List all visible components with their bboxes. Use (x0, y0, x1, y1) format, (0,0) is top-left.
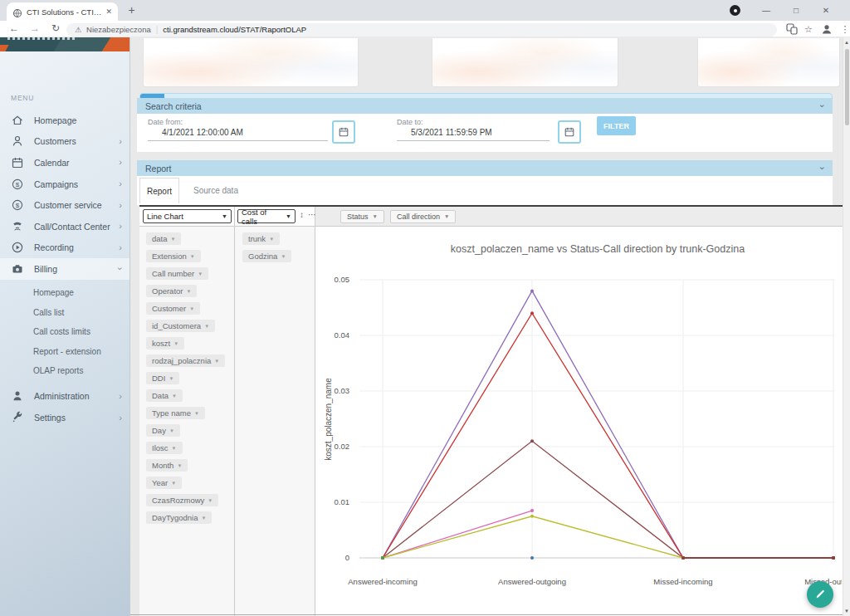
window-maximize-button[interactable]: □ (784, 0, 808, 20)
measure-cell: Cost of calls ▼ ↕ ⋯ (235, 207, 315, 226)
chart-type-cell: Line Chart ▼ (139, 207, 235, 226)
field-pill-id-customera[interactable]: id_Customera▼ (146, 320, 215, 332)
back-button[interactable]: ← (7, 22, 22, 34)
date-to-input[interactable]: 5/3/2021 11:59:59 PM (397, 124, 550, 141)
sidebar-item-label: Homepage (34, 115, 76, 125)
sidebar-item-calendar[interactable]: Calendar› (0, 152, 130, 174)
window-close-button[interactable]: ✕ (813, 0, 838, 20)
submenu-item-olap-reports[interactable]: OLAP reports (0, 361, 130, 381)
caret-down-icon: ▼ (187, 289, 192, 294)
submenu-item-homepage[interactable]: Homepage (0, 283, 130, 303)
scroll-down-icon[interactable]: ▼ (843, 609, 850, 614)
pencil-icon (814, 589, 826, 600)
field-pill-extension[interactable]: Extension▼ (146, 250, 201, 262)
search-criteria-header[interactable]: Search criteria › (137, 98, 833, 114)
submenu-item-report-extension[interactable]: Report - extension (0, 342, 130, 362)
sort-icon[interactable]: ↕ (300, 210, 304, 219)
sidebar-item-customer-service[interactable]: $Customer service› (0, 194, 130, 216)
date-from-input[interactable]: 4/1/2021 12:00:00 AM (148, 124, 328, 141)
field-pill-customer[interactable]: Customer▼ (146, 302, 200, 315)
column-pill-status[interactable]: Status▼ (340, 210, 384, 223)
date-from-calendar-button[interactable] (332, 120, 355, 144)
sidebar: MENU HomepageCustomers›Calendar›$Campaig… (0, 37, 130, 616)
tab-close-icon[interactable]: ✕ (105, 7, 112, 16)
new-tab-button[interactable]: + (125, 3, 139, 17)
sidebar-footer-menu: Administration›Settings› (0, 385, 130, 428)
field-pill-data[interactable]: Data▼ (146, 389, 183, 402)
submenu-item-call-costs-limits[interactable]: Call costs limits (0, 322, 130, 342)
caret-down-icon: ▼ (281, 254, 286, 259)
caret-down-icon: ▼ (444, 213, 449, 219)
settings-icon (11, 411, 24, 424)
row-pill-trunk[interactable]: trunk▼ (242, 232, 280, 245)
sidebar-item-billing[interactable]: Billing› (0, 258, 130, 280)
menu-section-label: MENU (11, 94, 34, 102)
chevron-right-icon: › (119, 392, 122, 401)
field-pill-data[interactable]: data▼ (146, 232, 181, 245)
sidebar-item-settings[interactable]: Settings› (0, 407, 130, 428)
sidebar-item-customers[interactable]: Customers› (0, 131, 130, 153)
window-minimize-button[interactable]: — (754, 0, 779, 20)
site-favicon-icon (12, 7, 22, 17)
caret-down-icon: ▼ (201, 516, 206, 521)
caret-down-icon: ▼ (172, 394, 177, 398)
security-label: Niezabezpieczona (86, 25, 151, 34)
page-scrollbar[interactable]: ▲ ▼ (843, 37, 850, 616)
sidebar-item-homepage[interactable]: Homepage (0, 110, 130, 131)
extension-badge-icon[interactable] (730, 5, 740, 16)
sidebar-item-administration[interactable]: Administration› (0, 385, 130, 407)
chart-type-select[interactable]: Line Chart ▼ (143, 209, 232, 223)
sidebar-item-campaigns[interactable]: $Campaigns› (0, 174, 130, 195)
field-pill-czasrozmowy[interactable]: CzasRozmowy▼ (146, 494, 218, 506)
report-header[interactable]: Report › (137, 160, 833, 176)
forward-button[interactable]: → (27, 22, 42, 34)
profile-avatar[interactable] (820, 22, 833, 36)
reload-button[interactable]: ↻ (48, 22, 63, 34)
sidebar-item-label: Billing (34, 264, 57, 274)
sidebar-item-label: Campaigns (34, 179, 78, 189)
browser-tab[interactable]: CTI Solutions - CTIdesk ✕ (7, 2, 118, 21)
translate-icon[interactable] (785, 22, 799, 36)
chevron-down-icon[interactable]: › (818, 105, 828, 108)
measure-select[interactable]: Cost of calls ▼ (237, 209, 296, 223)
customers-icon (11, 134, 24, 148)
chevron-right-icon: › (119, 179, 122, 188)
address-bar[interactable]: ⚠ Niezabezpieczona | cti.grandstream.clo… (66, 23, 777, 37)
svg-text:0.05: 0.05 (335, 275, 350, 284)
field-pill-month[interactable]: Month▼ (146, 459, 188, 472)
edit-fab-button[interactable] (807, 581, 833, 608)
calendar-icon (11, 156, 24, 169)
chevron-down-icon[interactable]: › (818, 167, 828, 170)
date-to-calendar-button[interactable] (558, 120, 581, 144)
field-pill-koszt[interactable]: koszt▼ (146, 337, 184, 350)
caret-down-icon: ▼ (214, 359, 219, 364)
field-pill-daytygodnia[interactable]: DayTygodnia▼ (146, 511, 212, 524)
filter-button[interactable]: FILTER (597, 116, 636, 135)
field-pill-year[interactable]: Year▼ (146, 477, 182, 489)
column-pill-call-direction[interactable]: Call direction▼ (390, 210, 456, 223)
scrollbar-thumb[interactable] (845, 49, 849, 125)
tab-source-data[interactable]: Source data (187, 178, 245, 203)
submenu-item-calls-list[interactable]: Calls list (0, 303, 130, 323)
field-pill-ddi[interactable]: DDI▼ (146, 372, 179, 384)
row-pill-godzina[interactable]: Godzina▼ (242, 250, 291, 262)
field-pill-ilosc[interactable]: Ilosc▼ (146, 442, 183, 454)
caret-down-icon: ▼ (169, 428, 174, 433)
field-pill-call-number[interactable]: Call number▼ (146, 267, 208, 280)
sidebar-item-call-contact-center[interactable]: Call/Contact Center› (0, 216, 130, 237)
call-center-icon (11, 220, 24, 233)
sidebar-item-recording[interactable]: Recording› (0, 237, 130, 259)
bookmark-star-icon[interactable]: ☆ (802, 22, 815, 36)
chevron-down-icon: › (116, 267, 125, 271)
svg-text:0: 0 (345, 553, 349, 562)
browser-menu-icon[interactable]: ⋮ (838, 22, 850, 36)
field-pill-rodzaj-polacznia[interactable]: rodzaj_polacznia▼ (146, 354, 225, 367)
chevron-right-icon: › (119, 413, 122, 423)
field-pill-day[interactable]: Day▼ (146, 424, 180, 437)
scroll-up-icon[interactable]: ▲ (843, 40, 850, 45)
more-options-icon[interactable]: ⋯ (308, 210, 316, 219)
tab-report[interactable]: Report (139, 178, 179, 203)
billing-submenu: HomepageCalls listCall costs limitsRepor… (0, 283, 130, 381)
field-pill-operator[interactable]: Operator▼ (146, 285, 197, 297)
field-pill-type-name[interactable]: Type name▼ (146, 407, 205, 419)
